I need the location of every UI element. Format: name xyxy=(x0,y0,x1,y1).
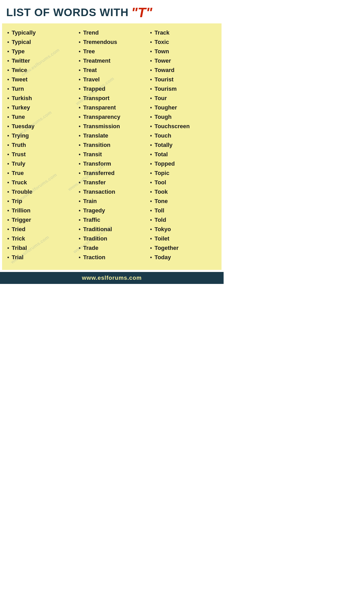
bullet-icon: • xyxy=(150,124,152,129)
bullet-icon: • xyxy=(150,170,152,176)
list-item: •Tour xyxy=(150,94,217,103)
word-text: Transparency xyxy=(83,114,120,120)
word-text: Tune xyxy=(12,114,25,120)
word-text: Typically xyxy=(12,29,36,36)
list-item: •Translate xyxy=(78,131,146,140)
list-item: •Tourism xyxy=(150,84,217,94)
list-item: •Track xyxy=(150,28,217,37)
word-text: Trend xyxy=(83,29,99,36)
bullet-icon: • xyxy=(7,124,9,129)
bullet-icon: • xyxy=(79,95,81,101)
bullet-icon: • xyxy=(150,245,152,251)
bullet-icon: • xyxy=(79,161,81,167)
bullet-icon: • xyxy=(7,217,9,223)
list-item: •Turkey xyxy=(7,103,74,112)
word-text: Transform xyxy=(83,160,111,167)
list-item: •Truly xyxy=(7,159,74,168)
bullet-icon: • xyxy=(7,86,9,92)
list-item: •Turkish xyxy=(7,94,74,103)
word-text: Toilet xyxy=(154,235,169,242)
bullet-icon: • xyxy=(7,30,9,36)
word-text: Turn xyxy=(12,86,24,92)
word-text: Tribal xyxy=(12,245,27,251)
bullet-icon: • xyxy=(150,95,152,101)
word-text: Trigger xyxy=(12,217,31,223)
word-text: Trying xyxy=(12,132,29,139)
list-item: •Treat xyxy=(78,66,146,75)
word-text: Transferred xyxy=(83,170,115,177)
bullet-icon: • xyxy=(7,133,9,139)
bullet-icon: • xyxy=(7,170,9,176)
list-item: •Tree xyxy=(78,47,146,56)
list-item: •Traffic xyxy=(78,215,146,225)
header: LIST OF WORDS WITH "T" xyxy=(0,0,224,23)
list-item: •Trial xyxy=(7,253,74,262)
bullet-icon: • xyxy=(150,114,152,120)
word-text: Typical xyxy=(12,39,31,46)
header-prefix: LIST OF WORDS WITH xyxy=(6,6,129,19)
bullet-icon: • xyxy=(79,152,81,158)
bullet-icon: • xyxy=(79,58,81,64)
bullet-icon: • xyxy=(7,208,9,214)
bullet-icon: • xyxy=(7,114,9,120)
bullet-icon: • xyxy=(79,39,81,45)
list-item: •Tribal xyxy=(7,243,74,253)
bullet-icon: • xyxy=(150,49,152,55)
word-text: Tuesday xyxy=(12,123,35,130)
footer: www.eslforums.com xyxy=(0,272,224,284)
list-item: •Trick xyxy=(7,234,74,243)
list-item: •Tool xyxy=(150,178,217,187)
word-text: Traffic xyxy=(83,217,100,223)
word-columns: •Typically•Typical•Type•Twitter•Twice•Tw… xyxy=(5,28,219,262)
bullet-icon: • xyxy=(79,30,81,36)
list-item: •Tremendous xyxy=(78,37,146,47)
word-text: Told xyxy=(154,217,166,223)
list-item: •Trying xyxy=(7,131,74,140)
word-text: Topic xyxy=(154,170,169,177)
list-item: •Twice xyxy=(7,66,74,75)
list-item: •Together xyxy=(150,243,217,253)
word-text: Total xyxy=(154,151,168,158)
word-text: Tradition xyxy=(83,235,107,242)
list-item: •Turn xyxy=(7,84,74,94)
list-item: •Trust xyxy=(7,150,74,159)
bullet-icon: • xyxy=(150,30,152,36)
bullet-icon: • xyxy=(150,208,152,214)
word-text: Topped xyxy=(154,160,175,167)
list-item: •Traditional xyxy=(78,225,146,234)
list-item: •Tower xyxy=(150,56,217,66)
word-text: Tourism xyxy=(154,86,177,92)
list-item: •Total xyxy=(150,150,217,159)
list-item: •Toilet xyxy=(150,234,217,243)
word-text: Tremendous xyxy=(83,39,117,46)
list-item: •Tune xyxy=(7,112,74,122)
word-text: Tried xyxy=(12,226,25,233)
list-item: •Truck xyxy=(7,178,74,187)
list-item: •Transform xyxy=(78,159,146,168)
bullet-icon: • xyxy=(79,86,81,92)
word-text: Toward xyxy=(154,67,174,74)
bullet-icon: • xyxy=(7,39,9,45)
bullet-icon: • xyxy=(150,152,152,158)
word-text: Train xyxy=(83,198,97,205)
bullet-icon: • xyxy=(150,86,152,92)
list-item: •Town xyxy=(150,47,217,56)
list-item: •Trillion xyxy=(7,206,74,215)
list-item: •Treatment xyxy=(78,56,146,66)
bullet-icon: • xyxy=(79,170,81,176)
list-item: •Trip xyxy=(7,197,74,206)
list-item: •Tone xyxy=(150,197,217,206)
word-text: Translate xyxy=(83,132,108,139)
bullet-icon: • xyxy=(79,77,81,83)
list-item: •Trade xyxy=(78,243,146,253)
list-item: •Toward xyxy=(150,66,217,75)
bullet-icon: • xyxy=(79,133,81,139)
bullet-icon: • xyxy=(79,189,81,195)
list-item: •Traction xyxy=(78,253,146,262)
word-text: Took xyxy=(154,188,168,195)
list-item: •Trend xyxy=(78,28,146,37)
content-area: www.eslforums.com www.eslforums.com www.… xyxy=(2,23,222,270)
footer-url: www.eslforums.com xyxy=(82,275,142,281)
word-text: Track xyxy=(154,29,170,36)
word-text: Twice xyxy=(12,67,27,74)
